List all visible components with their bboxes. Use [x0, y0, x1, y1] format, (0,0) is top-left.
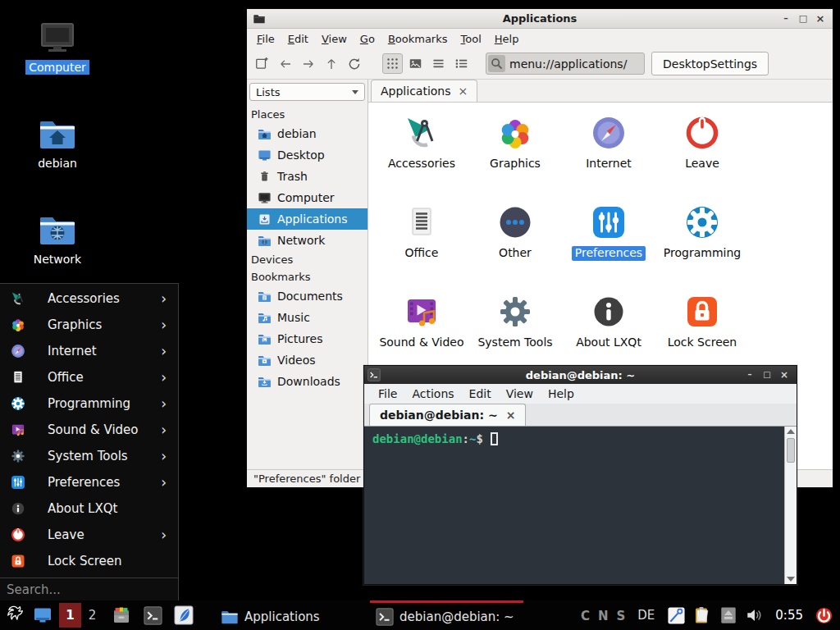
terminal-titlebar[interactable]: debian@debian: ~ [364, 366, 797, 384]
terminal-maximize-button[interactable] [761, 369, 773, 381]
submenu-chevron-icon: › [161, 318, 167, 332]
terminal-minimize-button[interactable] [744, 369, 756, 381]
menu-help[interactable]: Help [488, 30, 526, 48]
sidebar-item-applications[interactable]: Applications [247, 208, 368, 230]
forward-button[interactable] [298, 53, 318, 74]
sidebar-item-videos[interactable]: Videos [247, 349, 368, 371]
window-list: Applicationsdebian@debian: ~ [215, 600, 523, 630]
sidebar-item-music[interactable]: Music [247, 307, 368, 328]
app-item-preferences[interactable]: Preferences [563, 203, 655, 292]
menu-search-input[interactable]: Search... [0, 578, 178, 600]
menu-help[interactable]: Help [541, 385, 582, 403]
menu-item-office[interactable]: Office› [0, 364, 178, 390]
sidebar-item-network[interactable]: Network [247, 230, 368, 251]
detailed-view-button[interactable] [451, 53, 472, 74]
show-desktop-button[interactable] [30, 603, 55, 628]
new-tab-button[interactable] [252, 53, 272, 74]
menu-tool[interactable]: Tool [454, 30, 488, 48]
sidebar-item-documents[interactable]: Documents [247, 285, 368, 307]
app-item-other[interactable]: Other [469, 203, 561, 292]
thumbnail-view-button[interactable] [405, 53, 426, 74]
preferences-icon [10, 474, 26, 491]
file-manager-launcher[interactable] [109, 603, 134, 628]
menu-actions[interactable]: Actions [404, 385, 461, 403]
menu-file[interactable]: File [371, 385, 404, 403]
menu-item-lock-screen[interactable]: Lock Screen [0, 548, 178, 574]
tab-applications[interactable]: Applications [371, 80, 477, 102]
menu-item-sound-video[interactable]: Sound & Video› [0, 417, 178, 443]
menu-item-graphics[interactable]: Graphics› [0, 312, 178, 338]
terminal-menubar: FileActionsEditViewHelp [364, 384, 797, 404]
task-button-debian-debian[interactable]: debian@debian: ~ [370, 600, 523, 630]
sidebar-item-trash[interactable]: Trash [247, 166, 368, 187]
scrollbar-handle[interactable] [787, 438, 795, 463]
screenshot-tray-icon[interactable] [664, 603, 688, 628]
app-item-programming[interactable]: Programming [656, 203, 748, 292]
terminal-scrollbar[interactable] [784, 427, 797, 584]
menu-item-programming[interactable]: Programming› [0, 390, 178, 417]
workspace-1[interactable]: 1 [59, 603, 81, 628]
app-item-accessories[interactable]: Accessories [376, 113, 468, 203]
removable-media-tray-icon[interactable] [716, 603, 741, 628]
icon-view-button[interactable] [382, 53, 403, 74]
sidebar-item-pictures[interactable]: Pictures [247, 328, 368, 349]
workspace-pager: 12 [59, 603, 103, 628]
terminal-tab-close-icon[interactable] [506, 409, 516, 421]
app-item-leave[interactable]: Leave [656, 113, 748, 203]
power-button[interactable] [811, 603, 836, 628]
app-item-office[interactable]: Office [376, 203, 468, 292]
menu-bookmarks[interactable]: Bookmarks [381, 30, 454, 48]
menu-view[interactable]: View [315, 30, 354, 48]
app-item-internet[interactable]: Internet [563, 113, 655, 203]
menu-item-preferences[interactable]: Preferences› [0, 469, 178, 495]
about-icon [589, 292, 628, 331]
terminal-viewport[interactable]: debian@debian:~$ [364, 427, 797, 584]
sidebar-item-computer[interactable]: Computer [247, 187, 368, 208]
clock[interactable]: 0:55 [775, 608, 803, 623]
submenu-chevron-icon: › [161, 292, 167, 306]
menu-view[interactable]: View [499, 385, 541, 403]
scroll-up-icon[interactable] [787, 429, 795, 434]
sidebar-item-desktop[interactable]: Desktop [247, 144, 368, 166]
menu-edit[interactable]: Edit [281, 30, 315, 48]
workspace-2[interactable]: 2 [81, 603, 103, 628]
back-button[interactable] [275, 53, 295, 74]
terminal-launcher[interactable] [140, 603, 165, 628]
main-menu-button[interactable] [4, 603, 29, 628]
terminal-tab[interactable]: debian@debian: ~ [369, 404, 526, 426]
address-bar[interactable]: menu://applications/ [486, 52, 645, 75]
menu-item-about-lxqt[interactable]: About LXQt [0, 495, 178, 522]
menu-item-system-tools[interactable]: System Tools› [0, 443, 178, 469]
menu-item-accessories[interactable]: Accessories› [0, 285, 178, 312]
sidebar-mode-select[interactable]: Lists [249, 83, 365, 101]
clipboard-tray-icon[interactable] [690, 603, 714, 628]
up-button[interactable] [321, 53, 341, 74]
compact-view-button[interactable] [428, 53, 449, 74]
menu-go[interactable]: Go [354, 30, 381, 48]
menu-edit[interactable]: Edit [462, 385, 499, 403]
menu-item-internet[interactable]: Internet› [0, 338, 178, 364]
menu-file[interactable]: File [250, 30, 281, 48]
sidebar-item-downloads[interactable]: Downloads [247, 371, 368, 392]
scroll-down-icon[interactable] [787, 577, 795, 582]
close-button[interactable] [815, 13, 826, 25]
sidebar-item-debian[interactable]: debian [247, 123, 368, 144]
desktop-icon-computer[interactable]: Computer [20, 18, 95, 75]
desktop-settings-button[interactable]: DesktopSettings [651, 52, 769, 75]
app-item-graphics[interactable]: Graphics [469, 113, 561, 203]
terminal-close-button[interactable] [778, 369, 790, 381]
other-icon [495, 203, 535, 242]
desktop-icon-label: Computer [25, 60, 89, 75]
reload-button[interactable] [344, 53, 364, 74]
file-manager-titlebar[interactable]: Applications [247, 9, 833, 29]
volume-tray-icon[interactable] [742, 603, 767, 628]
maximize-button[interactable] [797, 13, 809, 25]
desktop-icon-debian[interactable]: debian [20, 114, 95, 171]
tab-close-icon[interactable] [459, 85, 468, 97]
menu-item-leave[interactable]: Leave› [0, 522, 178, 548]
keyboard-layout-indicator[interactable]: DE [637, 608, 655, 623]
featherpad-launcher[interactable] [171, 603, 196, 628]
desktop-icon-network[interactable]: Network [20, 210, 95, 267]
task-button-applications[interactable]: Applications [215, 600, 368, 630]
minimize-button[interactable] [780, 13, 792, 25]
